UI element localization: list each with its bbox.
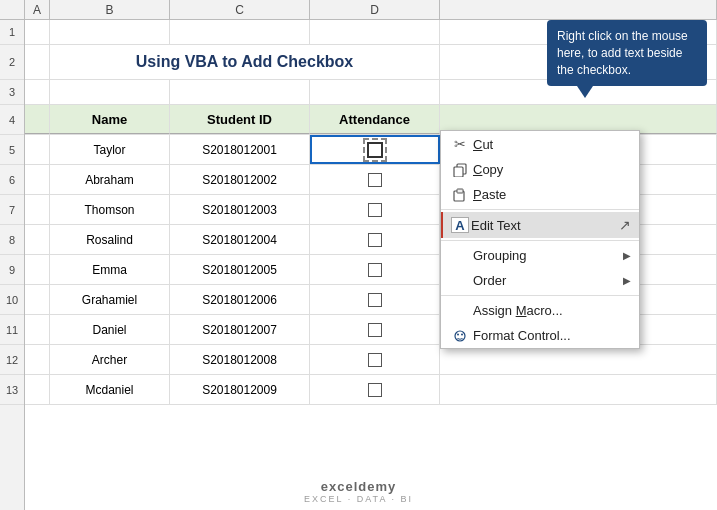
- svg-rect-3: [457, 189, 463, 193]
- cell-1a: [25, 20, 50, 44]
- checkbox-cell-1[interactable]: [310, 135, 440, 164]
- cell-4d-attendance: Attendance: [310, 105, 440, 134]
- edit-text-label: Edit Text: [469, 218, 631, 233]
- checkbox-cell-9[interactable]: [310, 375, 440, 404]
- checkbox-icon: [368, 203, 382, 217]
- order-label: Order: [471, 273, 623, 288]
- row-num-5: 5: [0, 135, 24, 165]
- paste-icon: [449, 188, 471, 202]
- corner-cell: [0, 0, 25, 19]
- cursor-indicator: ↗: [619, 217, 631, 233]
- row-num-3: 3: [0, 80, 24, 105]
- col-header-a: A: [25, 0, 50, 19]
- checkbox-icon: [368, 173, 382, 187]
- cell-4a: [25, 105, 50, 134]
- menu-item-format-control[interactable]: Format Control...: [441, 323, 639, 348]
- table-row: Mcdaniel S2018012009: [25, 375, 717, 405]
- svg-point-6: [461, 333, 463, 335]
- checkbox-cell-7[interactable]: [310, 315, 440, 344]
- col-header-c: C: [170, 0, 310, 19]
- cell-3b: [50, 80, 170, 104]
- checkbox-icon: [368, 233, 382, 247]
- row-num-8: 8: [0, 225, 24, 255]
- checkbox-cell-6[interactable]: [310, 285, 440, 314]
- assign-macro-label: Assign Macro...: [471, 303, 631, 318]
- svg-rect-1: [454, 167, 463, 177]
- row-num-2: 2: [0, 45, 24, 80]
- watermark-brand: exceldemy: [304, 479, 413, 494]
- title-cell: Using VBA to Add Checkbox: [50, 45, 440, 79]
- cell-4b-name: Name: [50, 105, 170, 134]
- row-num-9: 9: [0, 255, 24, 285]
- col-studentid-label: Student ID: [207, 112, 272, 127]
- col-attendance-label: Attendance: [339, 112, 410, 127]
- cell-3a: [25, 80, 50, 104]
- callout-text: Right click on the mouse here, to add te…: [557, 29, 688, 77]
- cut-icon: ✂: [449, 136, 471, 152]
- row-num-6: 6: [0, 165, 24, 195]
- row-num-13: 13: [0, 375, 24, 405]
- checkbox-icon: [368, 293, 382, 307]
- row-num-10: 10: [0, 285, 24, 315]
- row-numbers: 1 2 3 4 5 6 7 8 9 10 11 12 13: [0, 20, 25, 510]
- row-num-12: 12: [0, 345, 24, 375]
- context-menu: ✂ Cut Copy Paste A Edit: [440, 130, 640, 349]
- row-num-1: 1: [0, 20, 24, 45]
- svg-point-5: [457, 333, 459, 335]
- menu-separator-2: [441, 240, 639, 241]
- grouping-label: Grouping: [471, 248, 623, 263]
- cell-4c-studentid: Student ID: [170, 105, 310, 134]
- cell-1d: [310, 20, 440, 44]
- checkbox-icon: [368, 353, 382, 367]
- row-num-11: 11: [0, 315, 24, 345]
- format-control-label: Format Control...: [471, 328, 631, 343]
- menu-item-paste[interactable]: Paste: [441, 182, 639, 207]
- menu-item-assign-macro[interactable]: Assign Macro...: [441, 298, 639, 323]
- menu-item-order[interactable]: Order ▶: [441, 268, 639, 293]
- checkbox-selected-icon: [367, 142, 383, 158]
- cell-3c: [170, 80, 310, 104]
- copy-label: Copy: [471, 162, 631, 177]
- grouping-arrow: ▶: [623, 250, 631, 261]
- col-header-rest: [440, 0, 717, 19]
- table-row: Archer S2018012008: [25, 345, 717, 375]
- row-num-4: 4: [0, 105, 24, 135]
- callout-box: Right click on the mouse here, to add te…: [547, 20, 707, 86]
- watermark-tagline: EXCEL · DATA · BI: [304, 494, 413, 504]
- cell-3d: [310, 80, 440, 104]
- menu-item-copy[interactable]: Copy: [441, 157, 639, 182]
- order-arrow: ▶: [623, 275, 631, 286]
- checkbox-cell-5[interactable]: [310, 255, 440, 284]
- paste-label: Paste: [471, 187, 631, 202]
- menu-separator-3: [441, 295, 639, 296]
- cell-1b: [50, 20, 170, 44]
- menu-item-cut[interactable]: ✂ Cut: [441, 131, 639, 157]
- cell-2a: [25, 45, 50, 79]
- checkbox-cell-8[interactable]: [310, 345, 440, 374]
- col-header-d: D: [310, 0, 440, 19]
- checkbox-icon: [368, 383, 382, 397]
- col-name-label: Name: [92, 112, 127, 127]
- checkbox-icon: [368, 323, 382, 337]
- checkbox-cell-3[interactable]: [310, 195, 440, 224]
- cell-1c: [170, 20, 310, 44]
- format-control-icon: [449, 329, 471, 343]
- edit-text-icon: A: [451, 217, 469, 233]
- checkbox-icon: [368, 263, 382, 277]
- watermark: exceldemy EXCEL · DATA · BI: [304, 479, 413, 504]
- col-header-b: B: [50, 0, 170, 19]
- menu-item-grouping[interactable]: Grouping ▶: [441, 243, 639, 268]
- spreadsheet: A B C D 1 2 3 4 5 6 7 8 9 10 11 12 13: [0, 0, 717, 510]
- menu-item-edit-text[interactable]: A Edit Text ↗: [441, 212, 639, 238]
- column-headers: A B C D: [0, 0, 717, 20]
- checkbox-cell-2[interactable]: [310, 165, 440, 194]
- checkbox-cell-4[interactable]: [310, 225, 440, 254]
- menu-separator-1: [441, 209, 639, 210]
- copy-icon: [449, 163, 471, 177]
- row-num-7: 7: [0, 195, 24, 225]
- cut-label: Cut: [471, 137, 631, 152]
- title-text: Using VBA to Add Checkbox: [136, 53, 354, 71]
